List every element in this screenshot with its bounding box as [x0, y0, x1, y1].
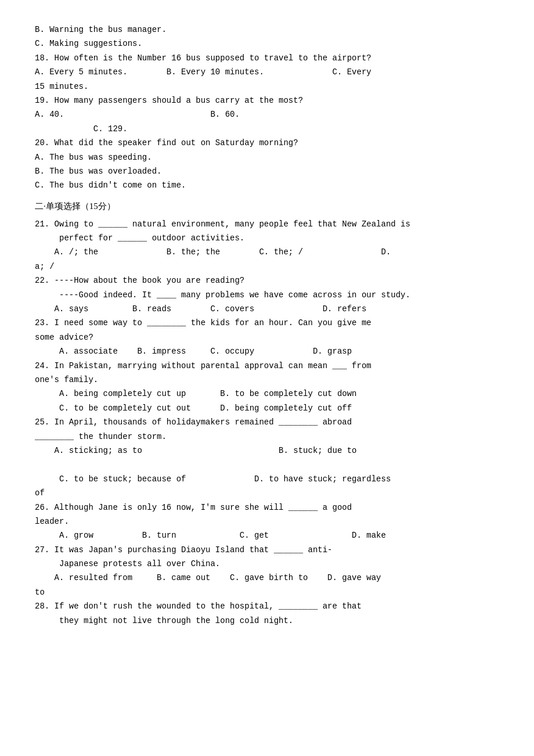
q24-options-a: A. being completely cut up B. to be comp… [35, 387, 499, 400]
q18-options-2: 15 minutes. [35, 80, 499, 93]
q23-cont: some advice? [35, 331, 499, 344]
q19-options-2: C. 129. [35, 123, 499, 135]
q18: 18. How often is the Number 16 bus suppo… [35, 52, 499, 64]
q27-options-a: A. resulted from B. came out C. gave bir… [35, 571, 499, 584]
q25-cont: ________ the thunder storm. [35, 430, 499, 443]
q22-dialog: ----Good indeed. It ____ many problems w… [35, 289, 499, 301]
q25-options-b: C. to be stuck; because of D. to have st… [35, 473, 499, 485]
q25: 25. In April, thousands of holidaymakers… [35, 416, 499, 429]
q19: 19. How many passengers should a bus car… [35, 94, 499, 107]
q18-options-1: A. Every 5 minutes. B. Every 10 minutes.… [35, 66, 499, 78]
q27: 27. It was Japan's purchasing Diaoyu Isl… [35, 543, 499, 556]
q23-options: A. associate B. impress C. occupy D. gra… [35, 345, 499, 358]
q24-options-b: C. to be completely cut out D. being com… [35, 402, 499, 415]
q23: 23. I need some way to ________ the kids… [35, 316, 499, 329]
line-b-warning: B. Warning the bus manager. [35, 23, 499, 36]
q25-blank [35, 458, 499, 471]
q22: 22. ----How about the book you are readi… [35, 274, 499, 287]
q27-options-b: to [35, 586, 499, 599]
q21: 21. Owing to ______ natural environment,… [35, 218, 499, 231]
q21-cont: perfect for ______ outdoor activities. [35, 232, 499, 244]
q19-options-1: A. 40. B. 60. [35, 108, 499, 121]
line-c-making: C. Making suggestions. [35, 37, 499, 50]
q20: 20. What did the speaker find out on Sat… [35, 136, 499, 149]
section-2-header: 二·单项选择（15分） [35, 199, 499, 213]
q22-options: A. says B. reads C. covers D. refers [35, 303, 499, 315]
q28-cont: they might not live through the long col… [35, 614, 499, 627]
q25-options-c: of [35, 487, 499, 499]
q25-options-a: A. sticking; as to B. stuck; due to [35, 444, 499, 457]
main-content: B. Warning the bus manager. C. Making su… [35, 23, 499, 627]
q24-cont: one's family. [35, 373, 499, 386]
q24: 24. In Pakistan, marrying without parent… [35, 359, 499, 372]
q26-cont: leader. [35, 515, 499, 528]
q21-options-1: A. /; the B. the; the C. the; / D. [35, 246, 499, 258]
q28: 28. If we don't rush the wounded to the … [35, 600, 499, 613]
q20-a: A. The bus was speeding. [35, 151, 499, 164]
q26-options: A. grow B. turn C. get D. make [35, 529, 499, 542]
q20-b: B. The bus was overloaded. [35, 165, 499, 178]
q20-c: C. The bus didn't come on time. [35, 179, 499, 192]
q21-options-2: a; / [35, 260, 499, 273]
q26: 26. Although Jane is only 16 now, I'm su… [35, 501, 499, 514]
q27-cont: Japanese protests all over China. [35, 557, 499, 570]
